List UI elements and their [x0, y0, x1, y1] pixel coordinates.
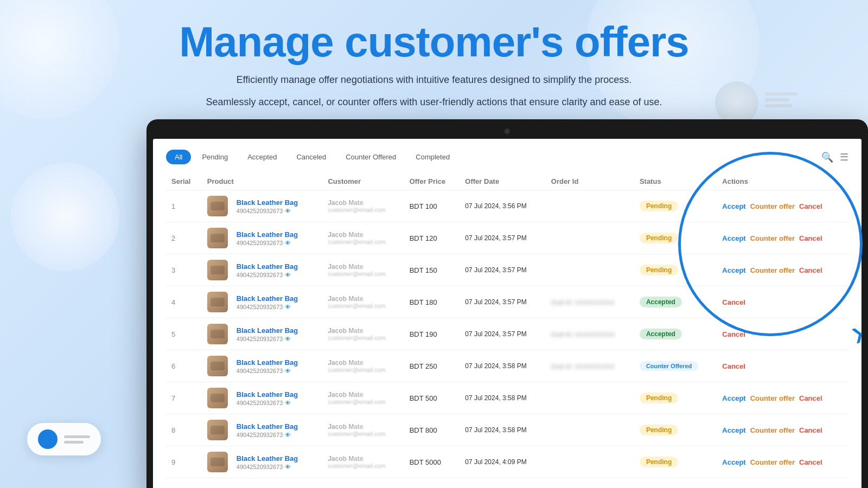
counter-offer-button[interactable]: Counter offer: [750, 266, 795, 274]
product-image: [207, 196, 228, 216]
tab-completed[interactable]: Completed: [407, 150, 458, 164]
cancel-button[interactable]: Cancel: [799, 266, 822, 274]
cell-actions: AcceptCounter offerCancel: [717, 414, 848, 446]
bottom-toggle-widget[interactable]: [27, 423, 101, 455]
cancel-button[interactable]: Cancel: [799, 394, 822, 402]
cell-offer-price: BDT 100: [404, 190, 460, 222]
toggle-line-2: [64, 441, 84, 444]
counter-offer-button[interactable]: Counter offer: [750, 234, 795, 242]
cell-serial: 6: [166, 350, 202, 382]
product-image: [207, 260, 228, 280]
table-row: 9 Black Leather Bag 49042520932673 👁 Jac…: [166, 446, 848, 478]
search-button[interactable]: 🔍: [821, 151, 833, 163]
cell-actions: AcceptCounter offerCancel: [717, 446, 848, 478]
col-status: Status: [634, 173, 717, 190]
cell-status: Pending: [634, 446, 717, 478]
table-row: 5 Black Leather Bag 49042520932673 👁 Jac…: [166, 318, 848, 350]
order-id-value: Draft ID: XXXXXXXXXX: [551, 299, 615, 306]
tab-pending[interactable]: Pending: [193, 150, 237, 164]
actions-cell: AcceptCounter offerCancel: [722, 394, 843, 402]
tab-all[interactable]: All: [166, 150, 191, 164]
cell-offer-price: BDT 190: [404, 318, 460, 350]
counter-offer-button[interactable]: Counter offer: [750, 202, 795, 210]
cell-status: Pending: [634, 222, 717, 254]
actions-cell: Cancel: [722, 330, 843, 338]
cell-product: Black Leather Bag 49042520932673 👁: [202, 286, 323, 318]
product-image: [207, 324, 228, 344]
page-title: Manage customer's offers: [0, 19, 868, 66]
cell-status: Pending: [634, 414, 717, 446]
col-order-id: Order Id: [546, 173, 634, 190]
cell-order-id: Draft ID: XXXXXXXXXX: [546, 350, 634, 382]
cell-offer-price: BDT 250: [404, 350, 460, 382]
cell-order-id: [546, 382, 634, 414]
eye-icon[interactable]: 👁: [285, 400, 291, 406]
eye-icon[interactable]: 👁: [285, 304, 291, 310]
status-badge: Pending: [640, 265, 678, 275]
cell-actions: AcceptCounter offerCancel: [717, 254, 848, 286]
cell-offer-date: 07 Jul 2024, 3:57 PM: [459, 254, 545, 286]
cell-offer-date: 07 Jul 2024, 3:58 PM: [459, 414, 545, 446]
accept-button[interactable]: Accept: [722, 202, 745, 210]
cancel-button[interactable]: Cancel: [722, 330, 745, 338]
laptop-frame: All Pending Accepted Canceled Counter Of…: [146, 119, 868, 488]
product-image: [207, 420, 228, 440]
cell-product: Black Leather Bag 49042520932673 👁: [202, 350, 323, 382]
eye-icon[interactable]: 👁: [285, 208, 291, 214]
cancel-button[interactable]: Cancel: [799, 458, 822, 466]
cell-customer: Jacob Mate customer@email.com: [322, 446, 404, 478]
cell-offer-price: BDT 5000: [404, 446, 460, 478]
cell-serial: 8: [166, 414, 202, 446]
customer-email: customer@email.com: [328, 207, 398, 213]
customer-name: Jacob Mate: [328, 327, 398, 335]
cancel-button[interactable]: Cancel: [799, 234, 822, 242]
eye-icon[interactable]: 👁: [285, 432, 291, 438]
product-info: Black Leather Bag 49042520932673 👁: [237, 422, 298, 438]
cell-customer: Jacob Mate customer@email.com: [322, 414, 404, 446]
tab-accepted[interactable]: Accepted: [239, 150, 285, 164]
eye-icon[interactable]: 👁: [285, 336, 291, 342]
cancel-button[interactable]: Cancel: [799, 202, 822, 210]
cell-product: Black Leather Bag 49042520932673 👁: [202, 190, 323, 222]
accept-button[interactable]: Accept: [722, 234, 745, 242]
table-row: 7 Black Leather Bag 49042520932673 👁 Jac…: [166, 382, 848, 414]
offers-table: Serial Product Customer Offer Price Offe…: [166, 173, 848, 478]
table-row: 8 Black Leather Bag 49042520932673 👁 Jac…: [166, 414, 848, 446]
cancel-button[interactable]: Cancel: [722, 298, 745, 306]
counter-offer-button[interactable]: Counter offer: [750, 394, 795, 402]
cancel-button[interactable]: Cancel: [799, 426, 822, 434]
eye-icon[interactable]: 👁: [285, 464, 291, 470]
toggle-indicator: [38, 429, 58, 449]
cell-product: Black Leather Bag 49042520932673 👁: [202, 446, 323, 478]
counter-offer-button[interactable]: Counter offer: [750, 458, 795, 466]
accept-button[interactable]: Accept: [722, 394, 745, 402]
eye-icon[interactable]: 👁: [285, 368, 291, 374]
toggle-lines: [64, 435, 90, 444]
filter-actions: 🔍 ☰: [821, 151, 848, 163]
accept-button[interactable]: Accept: [722, 426, 745, 434]
cell-offer-price: BDT 800: [404, 414, 460, 446]
laptop-mockup: All Pending Accepted Canceled Counter Of…: [146, 119, 868, 488]
eye-icon[interactable]: 👁: [285, 240, 291, 246]
product-info: Black Leather Bag 49042520932673 👁: [237, 198, 298, 214]
cell-offer-price: BDT 500: [404, 382, 460, 414]
accept-button[interactable]: Accept: [722, 458, 745, 466]
cell-status: Pending: [634, 382, 717, 414]
eye-icon[interactable]: 👁: [285, 272, 291, 278]
customer-name: Jacob Mate: [328, 359, 398, 367]
col-product: Product: [202, 173, 323, 190]
cell-offer-date: 07 Jul 2024, 4:09 PM: [459, 446, 545, 478]
filter-button[interactable]: ☰: [840, 151, 848, 163]
cell-customer: Jacob Mate customer@email.com: [322, 190, 404, 222]
accept-button[interactable]: Accept: [722, 266, 745, 274]
table-row: 2 Black Leather Bag 49042520932673 👁 Jac…: [166, 222, 848, 254]
cancel-button[interactable]: Cancel: [722, 362, 745, 370]
cell-offer-price: BDT 120: [404, 222, 460, 254]
cell-serial: 2: [166, 222, 202, 254]
tab-counter-offered[interactable]: Counter Offered: [337, 150, 405, 164]
tab-canceled[interactable]: Canceled: [288, 150, 335, 164]
counter-offer-button[interactable]: Counter offer: [750, 426, 795, 434]
customer-name: Jacob Mate: [328, 295, 398, 303]
cell-offer-date: 07 Jul 2024, 3:58 PM: [459, 382, 545, 414]
cell-status: Pending: [634, 254, 717, 286]
